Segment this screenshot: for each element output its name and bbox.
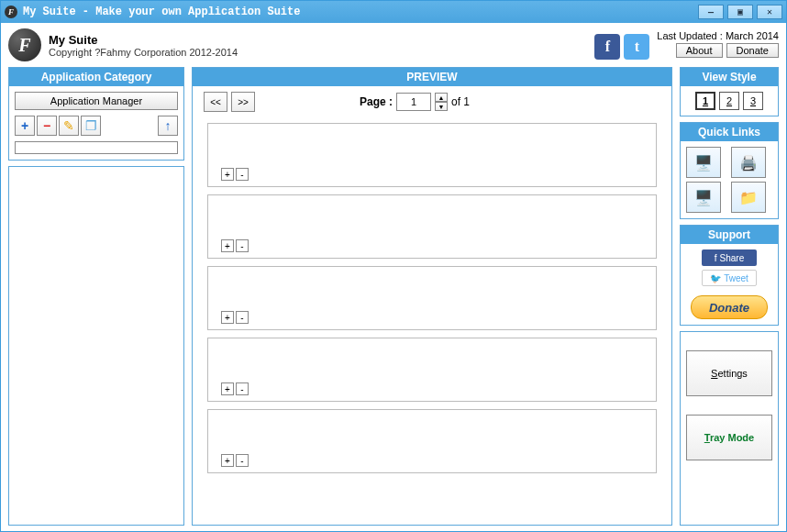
header: F My Suite Copyright ?Fahmy Corporation … (8, 28, 779, 61)
move-up-button[interactable]: ↑ (158, 116, 178, 136)
prev-page-button[interactable]: << (204, 92, 227, 112)
category-header: Application Category (9, 68, 183, 86)
slot-remove-button[interactable]: - (236, 382, 249, 395)
slot-add-button[interactable]: + (221, 168, 234, 181)
category-panel: Application Category Application Manager… (8, 67, 184, 161)
app-info: My Suite Copyright ?Fahmy Corporation 20… (49, 33, 238, 58)
viewstyle-2-button[interactable]: 2 (719, 92, 739, 110)
copyright-text: Copyright ?Fahmy Corporation 2012-2014 (49, 47, 238, 58)
fb-share-button[interactable]: fShare (702, 249, 757, 266)
monitor-icon: 🖥️ (694, 154, 713, 172)
network-icon: 🖥️ (694, 189, 713, 206)
donate-button[interactable]: Donate (726, 43, 779, 58)
app-window: F My Suite - Make your own Application S… (0, 0, 787, 532)
slot-add-button[interactable]: + (221, 454, 234, 467)
viewstyle-panel: View Style 1 2 3 (680, 67, 779, 116)
viewstyle-3-button[interactable]: 3 (743, 92, 763, 110)
printer-icon: 🖨️ (739, 154, 758, 172)
left-column: Application Category Application Manager… (8, 67, 184, 526)
page-spin-down[interactable]: ▼ (435, 102, 448, 111)
quicklink-2-button[interactable]: 🖨️ (731, 147, 766, 178)
close-button[interactable]: ✕ (757, 5, 782, 19)
social-buttons: f t (594, 34, 649, 60)
page-input[interactable] (396, 93, 431, 111)
tray-mode-button[interactable]: Tray Mode (686, 415, 772, 460)
preview-slots: +- +- +- +- +- (198, 117, 666, 479)
minimize-button[interactable]: — (698, 5, 724, 19)
slot-add-button[interactable]: + (221, 382, 234, 395)
slot-remove-button[interactable]: - (236, 454, 249, 467)
category-list-panel (8, 166, 184, 526)
tweet-button[interactable]: 🐦Tweet (702, 270, 757, 286)
slot-remove-button[interactable]: - (236, 168, 249, 181)
quicklinks-header: Quick Links (681, 123, 778, 141)
twitter-button[interactable]: t (624, 34, 649, 60)
header-right-col: Last Updated : March 2014 About Donate (657, 30, 779, 58)
page-label: Page : (360, 95, 393, 108)
center-column: PREVIEW << >> Page : ▲ ▼ of 1 (192, 67, 672, 526)
titlebar[interactable]: F My Suite - Make your own Application S… (1, 1, 786, 23)
quicklinks-panel: Quick Links 🖥️ 🖨️ 🖥️ 📁 (680, 122, 779, 219)
facebook-button[interactable]: f (594, 34, 620, 60)
viewstyle-1-button[interactable]: 1 (695, 92, 715, 110)
app-icon-small: F (5, 6, 17, 18)
bottom-panel: Settings Tray Mode (680, 331, 779, 526)
preview-slot: +- (207, 194, 657, 259)
slot-remove-button[interactable]: - (236, 239, 249, 252)
category-list[interactable] (9, 167, 183, 525)
viewstyle-header: View Style (681, 68, 778, 86)
slot-add-button[interactable]: + (221, 311, 234, 324)
settings-button[interactable]: Settings (686, 350, 772, 396)
preview-panel: PREVIEW << >> Page : ▲ ▼ of 1 (192, 67, 672, 526)
pager: << >> Page : ▲ ▼ of 1 (198, 92, 666, 112)
preview-slot: +- (207, 338, 657, 402)
edit-category-button[interactable]: ✎ (59, 116, 79, 136)
twitter-icon: 🐦 (710, 273, 721, 283)
category-input[interactable] (15, 141, 178, 154)
support-panel: Support fShare 🐦Tweet Donate (680, 225, 779, 326)
right-column: View Style 1 2 3 Quick Links 🖥️ 🖨️ (680, 67, 779, 526)
app-name: My Suite (49, 33, 238, 47)
donate-paypal-button[interactable]: Donate (691, 295, 768, 319)
facebook-icon: f (715, 253, 717, 263)
folder-icon: 📁 (739, 189, 758, 206)
preview-slot: +- (207, 409, 657, 473)
slot-add-button[interactable]: + (221, 239, 234, 252)
content-area: F My Suite Copyright ?Fahmy Corporation … (1, 23, 786, 531)
support-header: Support (681, 226, 778, 244)
add-category-button[interactable]: + (15, 116, 35, 136)
preview-slot: +- (207, 266, 657, 330)
slot-remove-button[interactable]: - (236, 311, 249, 324)
window-title: My Suite - Make your own Application Sui… (23, 6, 300, 18)
application-manager-button[interactable]: Application Manager (15, 92, 178, 110)
page-of-label: of 1 (451, 95, 470, 108)
about-button[interactable]: About (676, 43, 723, 58)
maximize-button[interactable]: ▣ (727, 5, 753, 19)
category-toolbar: + − ✎ ❐ ↑ (15, 116, 178, 136)
preview-header: PREVIEW (193, 68, 671, 86)
main-area: Application Category Application Manager… (8, 67, 779, 526)
copy-category-button[interactable]: ❐ (81, 116, 101, 136)
quicklink-3-button[interactable]: 🖥️ (686, 182, 721, 213)
next-page-button[interactable]: >> (231, 92, 255, 112)
preview-slot: +- (207, 123, 657, 187)
app-logo: F (8, 28, 41, 61)
last-updated: Last Updated : March 2014 (657, 30, 779, 41)
page-spin-up[interactable]: ▲ (435, 93, 448, 102)
remove-category-button[interactable]: − (37, 116, 57, 136)
page-spinner: ▲ ▼ (435, 93, 448, 111)
quicklink-4-button[interactable]: 📁 (731, 182, 766, 213)
quicklink-1-button[interactable]: 🖥️ (686, 147, 721, 178)
